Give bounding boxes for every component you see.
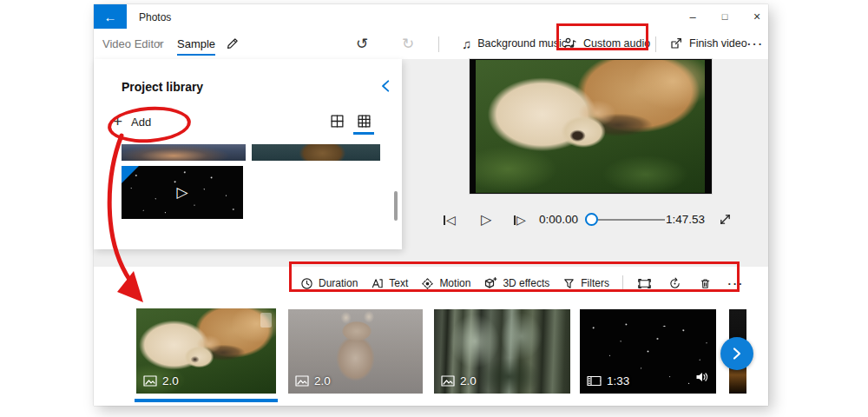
timeline-clip-stars-video[interactable]: 1:33	[580, 309, 716, 394]
motion-button[interactable]: Motion	[421, 277, 470, 290]
motion-icon	[421, 277, 434, 290]
background-music-label: Background music	[477, 37, 567, 50]
photos-app-window: ← Photos – □ × Video Editor › Sample ↺ ↻	[94, 4, 768, 406]
text-button[interactable]: Text	[371, 277, 408, 290]
timeline-clip-forest-reflection[interactable]: 2.0	[434, 309, 570, 394]
previous-frame-button[interactable]: ◁	[444, 210, 456, 229]
3d-effects-label: 3D effects	[503, 277, 549, 289]
chevron-right-icon	[728, 345, 746, 362]
library-thumbnail-stars-video[interactable]: ▷	[122, 166, 243, 219]
page: ← Photos – □ × Video Editor › Sample ↺ ↻	[0, 0, 868, 417]
image-icon	[295, 375, 309, 387]
clip-duration: 1:33	[607, 374, 629, 387]
rename-button[interactable]	[222, 33, 243, 54]
project-library-panel: Project library + Add	[94, 59, 402, 249]
background-music-button[interactable]: ♫ Background music	[462, 33, 567, 54]
cube-sparkle-icon	[483, 276, 497, 290]
add-media-button[interactable]: + Add	[113, 109, 151, 134]
image-icon	[441, 375, 455, 387]
seek-slider[interactable]	[585, 213, 665, 227]
clip-duration-badge: 2.0	[441, 374, 477, 387]
clip-duration-badge: 2.0	[143, 374, 179, 387]
breadcrumb-separator-icon: ›	[158, 37, 161, 50]
frame-bar	[514, 215, 516, 225]
app-title: Photos	[139, 11, 171, 23]
clip-duration: 2.0	[460, 374, 477, 387]
filter-funnel-icon	[562, 277, 575, 290]
library-thumbnail-cliff[interactable]	[252, 144, 380, 161]
slider-thumb[interactable]	[585, 213, 598, 226]
filters-label: Filters	[581, 277, 609, 289]
more-icon: ···	[727, 277, 744, 290]
text-label: Text	[389, 277, 408, 289]
minimize-button[interactable]: –	[679, 4, 707, 29]
back-arrow-icon: ←	[104, 10, 117, 24]
rotate-button[interactable]	[667, 277, 684, 290]
project-library-title: Project library	[122, 80, 203, 94]
resize-frame-button[interactable]	[636, 277, 654, 290]
close-button[interactable]: ×	[743, 4, 771, 29]
frame-bar	[444, 215, 445, 225]
filters-button[interactable]: Filters	[562, 277, 609, 290]
back-button[interactable]: ←	[94, 4, 127, 29]
preview-frame-image	[476, 60, 705, 193]
grid-view-large-button[interactable]	[355, 112, 372, 129]
resize-frame-icon	[637, 277, 652, 290]
finish-video-button[interactable]: Finish video	[669, 33, 747, 54]
previous-frame-icon: ◁	[446, 214, 456, 226]
library-scrollbar[interactable]	[394, 191, 398, 221]
next-frame-button[interactable]: ▷	[514, 210, 526, 229]
motion-label: Motion	[439, 277, 470, 289]
play-overlay-icon: ▷	[122, 166, 243, 219]
clip-duration-badge: 1:33	[587, 374, 629, 387]
grid-3x3-icon	[357, 114, 372, 129]
breadcrumb-project-name: Sample	[177, 37, 215, 56]
3d-effects-button[interactable]: 3D effects	[483, 276, 549, 290]
custom-audio-label: Custom audio	[583, 37, 650, 50]
undo-button[interactable]: ↺	[352, 33, 372, 54]
toolbar-divider	[655, 36, 656, 52]
image-icon	[143, 375, 157, 387]
header: ← Photos – □ × Video Editor › Sample ↺ ↻	[94, 4, 768, 59]
timeline-more-button[interactable]: ···	[727, 277, 745, 290]
play-button[interactable]: ▷	[481, 210, 491, 229]
duration-button[interactable]: Duration	[300, 277, 358, 290]
grid-view-small-button[interactable]	[328, 112, 345, 129]
plus-icon: +	[113, 112, 122, 131]
clip-audio-indicator	[695, 371, 709, 387]
chevron-left-icon	[378, 78, 394, 94]
person-audio-icon	[563, 36, 577, 50]
grid-2x2-icon	[330, 114, 345, 129]
trash-icon	[699, 277, 712, 290]
clip-duration: 2.0	[314, 374, 331, 387]
redo-button[interactable]: ↻	[398, 33, 418, 54]
breadcrumb-video-editor[interactable]: Video Editor	[102, 37, 164, 50]
collapse-panel-button[interactable]	[378, 78, 396, 96]
export-icon	[669, 36, 683, 50]
custom-audio-button[interactable]: Custom audio	[563, 33, 650, 54]
play-icon: ▷	[481, 213, 491, 227]
clock-icon	[300, 277, 313, 290]
fullscreen-button[interactable]	[715, 209, 734, 228]
selected-clip-indicator	[135, 399, 278, 402]
maximize-button[interactable]: □	[711, 4, 739, 29]
header-more-button[interactable]: ···	[747, 33, 764, 54]
timeline-clip-kangaroo[interactable]: 2.0	[288, 309, 423, 394]
timeline-toolbar: Duration Text Motion	[300, 270, 745, 296]
duration-label: Duration	[319, 277, 358, 289]
scroll-timeline-right-button[interactable]	[720, 337, 753, 370]
timeline-toolbar-divider	[622, 275, 623, 291]
pencil-icon	[226, 36, 240, 50]
current-time: 0:00.00	[536, 213, 578, 226]
add-label: Add	[131, 116, 151, 129]
clip-hover-badge	[260, 313, 272, 328]
delete-button[interactable]	[697, 277, 714, 290]
timeline-clip-pets[interactable]: 2.0	[136, 308, 276, 394]
text-a-icon	[371, 277, 384, 290]
slider-track	[598, 219, 665, 221]
total-time: 1:47.53	[666, 213, 705, 226]
clip-duration: 2.0	[162, 374, 179, 387]
library-thumbnail-sunset[interactable]	[122, 144, 246, 161]
redo-icon: ↻	[402, 35, 414, 53]
clip-duration-badge: 2.0	[295, 374, 331, 387]
